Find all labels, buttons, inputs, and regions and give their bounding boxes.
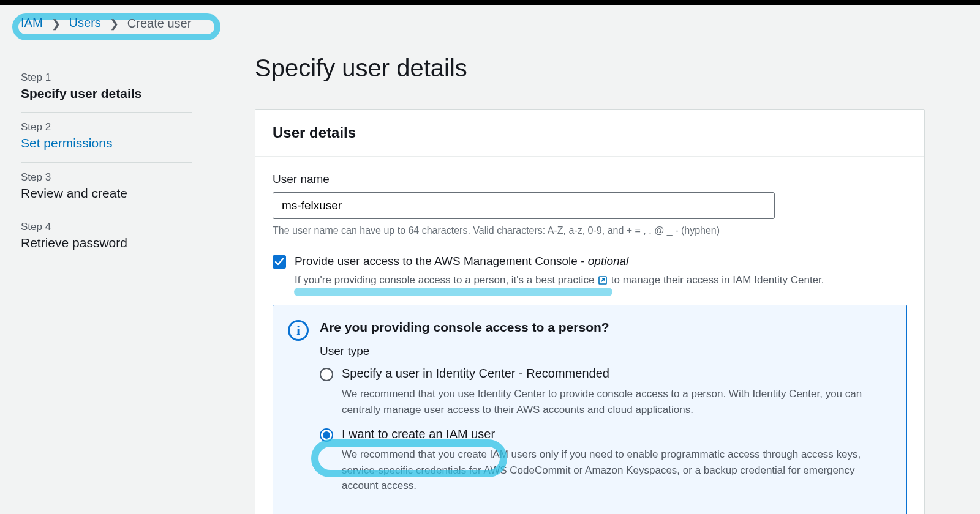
radio-identity-center-desc: We recommend that you use Identity Cente… xyxy=(342,386,889,417)
page-title: Specify user details xyxy=(255,54,925,82)
step-2[interactable]: Step 2 Set permissions xyxy=(21,113,192,163)
wizard-steps: Step 1 Specify user details Step 2 Set p… xyxy=(0,31,245,261)
user-details-panel: User details User name The user name can… xyxy=(255,109,925,514)
step-3: Step 3 Review and create xyxy=(21,163,192,212)
breadcrumb: IAM ❯ Users ❯ Create user xyxy=(0,5,980,31)
step-title: Specify user details xyxy=(21,86,192,101)
step-title: Retrieve password xyxy=(21,236,192,250)
step-label: Step 1 xyxy=(21,72,192,84)
check-icon xyxy=(274,257,284,267)
step-label: Step 3 xyxy=(21,171,192,184)
breadcrumb-current: Create user xyxy=(127,17,192,31)
console-access-sublabel: If you're providing console access to a … xyxy=(295,272,824,288)
step-4: Step 4 Retrieve password xyxy=(21,212,192,261)
breadcrumb-iam[interactable]: IAM xyxy=(21,16,43,31)
step-label: Step 4 xyxy=(21,221,192,233)
radio-identity-center[interactable] xyxy=(320,368,333,381)
top-bar xyxy=(0,0,980,5)
external-link-icon[interactable] xyxy=(597,275,608,286)
info-icon: i xyxy=(288,320,309,341)
radio-iam-user-desc: We recommend that you create IAM users o… xyxy=(342,447,889,494)
info-title: Are you providing console access to a pe… xyxy=(320,320,889,335)
sub-pre: If you're providing console access to a … xyxy=(295,274,597,286)
checkbox-label-text: Provide user access to the AWS Managemen… xyxy=(295,255,588,267)
step-title: Review and create xyxy=(21,186,192,201)
username-hint: The user name can have up to 64 characte… xyxy=(273,225,907,236)
chevron-right-icon: ❯ xyxy=(51,17,61,31)
optional-text: optional xyxy=(588,255,629,267)
info-box: i Are you providing console access to a … xyxy=(273,305,907,514)
console-access-label: Provide user access to the AWS Managemen… xyxy=(295,253,824,270)
username-input[interactable] xyxy=(273,192,775,219)
panel-header: User details xyxy=(255,110,924,157)
sub-post: to manage their access in IAM Identity C… xyxy=(611,274,824,286)
radio-iam-user[interactable] xyxy=(320,428,333,442)
chevron-right-icon: ❯ xyxy=(110,17,119,31)
main-content: Specify user details User details User n… xyxy=(245,31,980,514)
radio-identity-center-label: Specify a user in Identity Center - Reco… xyxy=(342,367,609,381)
step-title[interactable]: Set permissions xyxy=(21,136,112,151)
breadcrumb-users[interactable]: Users xyxy=(69,16,101,31)
user-type-label: User type xyxy=(320,345,889,358)
console-access-checkbox[interactable] xyxy=(273,255,286,269)
username-label: User name xyxy=(273,173,907,186)
step-1: Step 1 Specify user details xyxy=(21,63,192,113)
step-label: Step 2 xyxy=(21,121,192,133)
radio-iam-user-label: I want to create an IAM user xyxy=(342,427,495,441)
